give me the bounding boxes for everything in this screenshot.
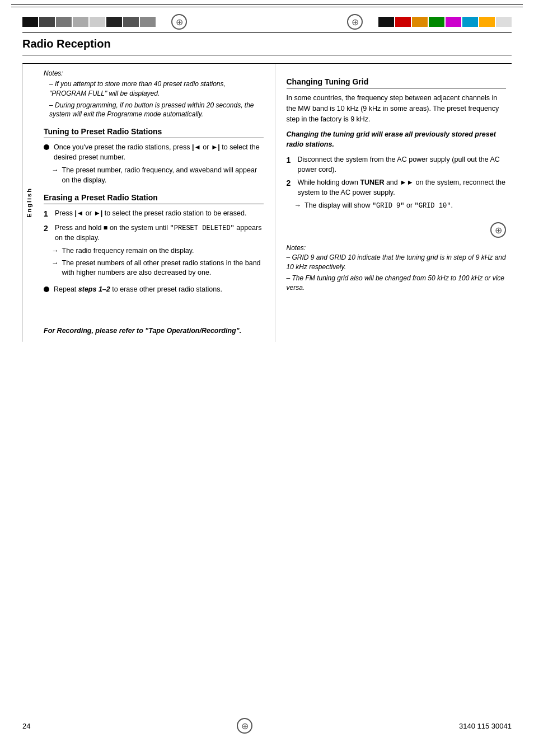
erase-arrow-text-2: The preset numbers of all other preset r… — [62, 259, 264, 278]
color-bar-left — [22, 17, 156, 27]
grid-notes: Notes: – GRID 9 and GRID 10 indicate tha… — [287, 243, 507, 293]
top-right-bar-group: ⊕ — [347, 14, 512, 30]
bullet-icon — [44, 287, 49, 292]
compass-icon-bottom: ⊕ — [237, 718, 252, 734]
recording-note: For Recording, please refer to "Tape Ope… — [44, 326, 264, 336]
grid-step-2: 2 While holding down TUNER and ►► on the… — [287, 178, 507, 198]
notes-section: Notes: – If you attempt to store more th… — [44, 69, 264, 119]
erase-arrow-1: → The radio frequency remain on the disp… — [44, 246, 264, 256]
grid-note-1: – GRID 9 and GRID 10 indicate that the t… — [287, 253, 507, 272]
page-number: 24 — [22, 722, 30, 730]
sidebar-language-label: English — [22, 64, 38, 342]
erase-arrow-2: → The preset numbers of all other preset… — [44, 259, 264, 278]
erase-step-1-text: Press |◄ or ►| to select the preset radi… — [55, 209, 264, 219]
erase-step-1: 1 Press |◄ or ►| to select the preset ra… — [44, 209, 264, 220]
top-left-bar-group: ⊕ — [22, 14, 187, 30]
color-swatch — [462, 17, 478, 27]
erase-step-2: 2 Press and hold ■ on the system until "… — [44, 223, 264, 243]
grid-note-2: – The FM tuning grid also will be change… — [287, 274, 507, 293]
arrow-icon: → — [294, 201, 302, 211]
tuning-arrow-1: → The preset number, radio frequency, an… — [44, 166, 264, 185]
note-item-1: – If you attempt to store more than 40 p… — [44, 79, 264, 98]
grid-step-1-text: Disconnect the system from the AC power … — [298, 155, 507, 175]
changing-grid-warning: Changing the tuning grid will erase all … — [287, 130, 507, 149]
tuning-arrow-text: The preset number, radio frequency, and … — [62, 166, 264, 185]
color-swatch — [22, 17, 38, 27]
color-swatch — [496, 17, 512, 27]
compass-icon-top-right: ⊕ — [347, 14, 363, 30]
erase-step-2-text: Press and hold ■ on the system until "PR… — [55, 223, 264, 243]
tuning-step-text: Once you've preset the radio stations, p… — [54, 143, 264, 162]
color-swatch — [378, 17, 394, 27]
bullet-icon — [44, 144, 49, 150]
changing-grid-heading: Changing Tuning Grid — [287, 77, 507, 88]
grid-arrow-1: → The display will show "GRID 9" or "GRI… — [287, 201, 507, 211]
color-swatch — [39, 17, 55, 27]
color-swatch — [479, 17, 495, 27]
arrow-icon: → — [51, 166, 59, 176]
note-item-2: – During programming, if no button is pr… — [44, 101, 264, 120]
compass-icon-top-left: ⊕ — [171, 14, 187, 30]
grid-step-2-text: While holding down TUNER and ►► on the s… — [298, 178, 507, 198]
erasing-section-heading: Erasing a Preset Radio Station — [44, 193, 264, 204]
arrow-icon: → — [51, 246, 59, 256]
color-swatch — [140, 17, 156, 27]
color-swatch — [429, 17, 444, 27]
page-title: Radio Reception — [22, 37, 512, 55]
color-swatch — [90, 17, 105, 27]
doc-number: 3140 115 30041 — [459, 722, 512, 730]
grid-step-1: 1 Disconnect the system from the AC powe… — [287, 155, 507, 175]
tuning-bullet-1: Once you've preset the radio stations, p… — [44, 143, 264, 162]
grid-notes-label: Notes: — [287, 243, 507, 253]
changing-grid-intro: In some countries, the frequency step be… — [287, 93, 507, 124]
notes-label: Notes: — [44, 69, 264, 77]
color-swatch — [446, 17, 461, 27]
step-number-1: 1 — [44, 209, 55, 220]
color-swatch — [73, 17, 88, 27]
grid-step-num-1: 1 — [287, 155, 298, 166]
erase-repeat-bullet: Repeat steps 1–2 to erase other preset r… — [44, 285, 264, 295]
grid-arrow-text: The display will show "GRID 9" or "GRID … — [305, 201, 453, 211]
color-swatch — [123, 17, 139, 27]
step-number-2: 2 — [44, 223, 55, 234]
color-swatch — [106, 17, 122, 27]
erase-repeat-text: Repeat steps 1–2 to erase other preset r… — [54, 285, 264, 295]
arrow-icon: → — [51, 259, 59, 269]
color-bar-right — [378, 17, 512, 27]
grid-step-num-2: 2 — [287, 178, 298, 189]
color-swatch — [412, 17, 428, 27]
tuning-section-heading: Tuning to Preset Radio Stations — [44, 127, 264, 138]
compass-icon-right: ⊕ — [490, 222, 506, 238]
color-swatch — [56, 17, 72, 27]
erase-arrow-text-1: The radio frequency remain on the displa… — [62, 246, 194, 256]
color-swatch — [395, 17, 411, 27]
